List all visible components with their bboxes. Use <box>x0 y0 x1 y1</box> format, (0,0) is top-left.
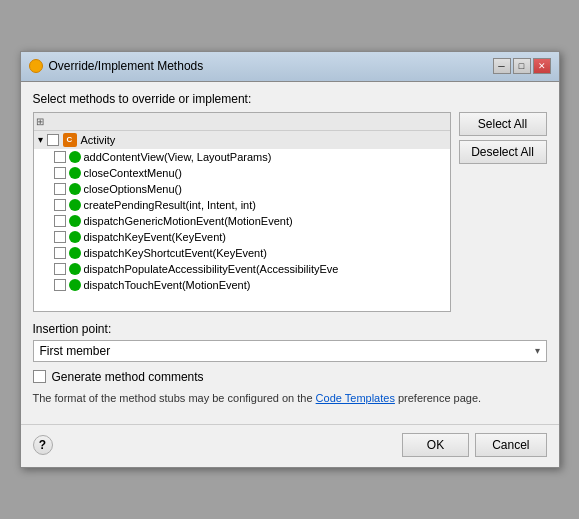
insertion-label: Insertion point: <box>33 322 547 336</box>
item-checkbox[interactable] <box>54 279 66 291</box>
method-name: dispatchKeyEvent(KeyEvent) <box>84 231 226 243</box>
list-item[interactable]: dispatchGenericMotionEvent(MotionEvent) <box>34 213 450 229</box>
cancel-button[interactable]: Cancel <box>475 433 546 457</box>
tree-panel-row: ⊞ ▾ C Activity addContentView(View, Layo <box>33 112 547 312</box>
list-item[interactable]: addContentView(View, LayoutParams) <box>34 149 450 165</box>
list-item[interactable]: dispatchKeyEvent(KeyEvent) <box>34 229 450 245</box>
method-name: dispatchTouchEvent(MotionEvent) <box>84 279 251 291</box>
tree-panel[interactable]: ⊞ ▾ C Activity addContentView(View, Layo <box>33 112 451 312</box>
method-icon <box>69 231 81 243</box>
item-checkbox[interactable] <box>54 167 66 179</box>
tree-scroll[interactable]: ▾ C Activity addContentView(View, Layout… <box>34 131 450 312</box>
tree-header: ⊞ <box>34 113 450 131</box>
info-text-before: The format of the method stubs may be co… <box>33 392 316 404</box>
item-checkbox[interactable] <box>54 231 66 243</box>
method-name: createPendingResult(int, Intent, int) <box>84 199 256 211</box>
warning-icon <box>29 59 43 73</box>
item-checkbox[interactable] <box>54 151 66 163</box>
list-item[interactable]: createPendingResult(int, Intent, int) <box>34 197 450 213</box>
list-item[interactable]: closeContextMenu() <box>34 165 450 181</box>
select-all-button[interactable]: Select All <box>459 112 547 136</box>
insertion-value: First member <box>40 344 111 358</box>
help-button[interactable]: ? <box>33 435 53 455</box>
item-checkbox[interactable] <box>54 215 66 227</box>
code-templates-link[interactable]: Code Templates <box>316 392 395 404</box>
ok-button[interactable]: OK <box>402 433 469 457</box>
titlebar-controls: ─ □ ✕ <box>493 58 551 74</box>
main-content: Select methods to override or implement:… <box>21 82 559 417</box>
method-name: addContentView(View, LayoutParams) <box>84 151 272 163</box>
titlebar: Override/Implement Methods ─ □ ✕ <box>21 52 559 82</box>
footer: ? OK Cancel <box>21 424 559 467</box>
generate-comments-label: Generate method comments <box>52 370 204 384</box>
list-item[interactable]: dispatchTouchEvent(MotionEvent) <box>34 277 450 293</box>
method-icon <box>69 247 81 259</box>
generate-comments-row: Generate method comments <box>33 370 547 384</box>
dialog: Override/Implement Methods ─ □ ✕ Select … <box>20 51 560 469</box>
dropdown-arrow-icon: ▾ <box>535 345 540 356</box>
root-label: Activity <box>81 134 116 146</box>
section-label: Select methods to override or implement: <box>33 92 547 106</box>
method-icon <box>69 167 81 179</box>
method-icon <box>69 263 81 275</box>
insertion-section: Insertion point: First member ▾ <box>33 322 547 362</box>
method-name: dispatchPopulateAccessibilityEvent(Acces… <box>84 263 339 275</box>
list-item[interactable]: dispatchKeyShortcutEvent(KeyEvent) <box>34 245 450 261</box>
list-item[interactable]: closeOptionsMenu() <box>34 181 450 197</box>
item-checkbox[interactable] <box>54 199 66 211</box>
item-checkbox[interactable] <box>54 263 66 275</box>
expand-icon: ▾ <box>38 134 43 145</box>
class-icon: C <box>63 133 77 147</box>
restore-button[interactable]: □ <box>513 58 531 74</box>
close-button[interactable]: ✕ <box>533 58 551 74</box>
method-name: dispatchKeyShortcutEvent(KeyEvent) <box>84 247 267 259</box>
info-text-after: preference page. <box>395 392 481 404</box>
method-name: closeContextMenu() <box>84 167 182 179</box>
footer-left: ? <box>33 435 53 455</box>
method-icon <box>69 183 81 195</box>
method-icon <box>69 215 81 227</box>
action-buttons: Select All Deselect All <box>459 112 547 164</box>
item-checkbox[interactable] <box>54 183 66 195</box>
generate-comments-checkbox[interactable] <box>33 370 46 383</box>
tree-root-node[interactable]: ▾ C Activity <box>34 131 450 149</box>
method-icon <box>69 199 81 211</box>
minimize-button[interactable]: ─ <box>493 58 511 74</box>
info-text: The format of the method stubs may be co… <box>33 390 547 407</box>
insertion-dropdown[interactable]: First member ▾ <box>33 340 547 362</box>
method-name: dispatchGenericMotionEvent(MotionEvent) <box>84 215 293 227</box>
list-item[interactable]: dispatchPopulateAccessibilityEvent(Acces… <box>34 261 450 277</box>
method-name: closeOptionsMenu() <box>84 183 182 195</box>
method-icon <box>69 279 81 291</box>
method-icon <box>69 151 81 163</box>
footer-right: OK Cancel <box>402 433 547 457</box>
root-checkbox[interactable] <box>47 134 59 146</box>
dialog-title: Override/Implement Methods <box>49 59 204 73</box>
item-checkbox[interactable] <box>54 247 66 259</box>
deselect-all-button[interactable]: Deselect All <box>459 140 547 164</box>
expand-collapse-icon: ⊞ <box>36 116 44 127</box>
titlebar-left: Override/Implement Methods <box>29 59 204 73</box>
